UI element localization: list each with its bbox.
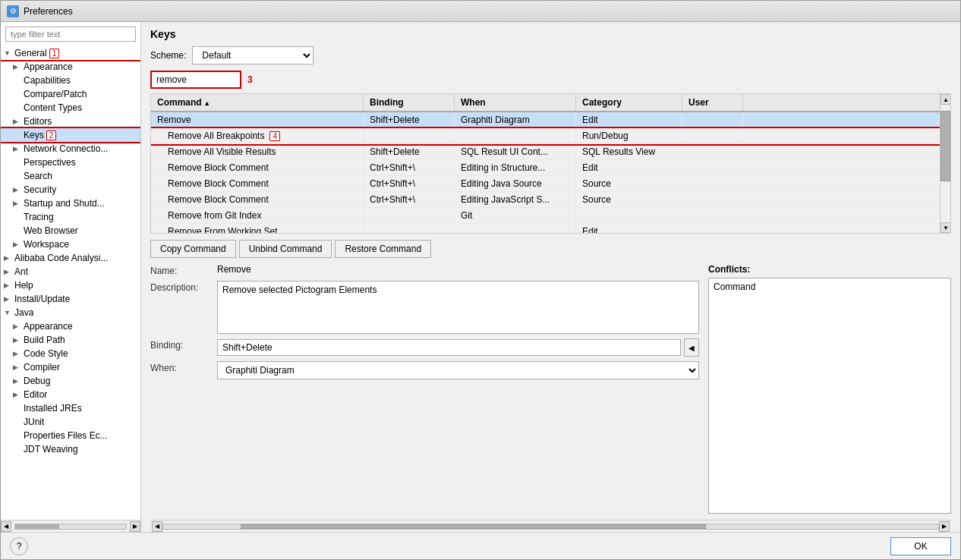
sidebar-item-ant[interactable]: ▶ Ant	[1, 265, 140, 278]
sidebar-item-network[interactable]: ▶ Network Connectio...	[1, 142, 140, 156]
hscroll-right-button[interactable]: ▶	[939, 521, 950, 532]
search-input[interactable]	[150, 71, 241, 89]
copy-command-button[interactable]: Copy Command	[150, 240, 236, 258]
binding-arrow-button[interactable]: ◀	[684, 338, 699, 357]
unbind-command-button[interactable]: Unbind Command	[239, 240, 332, 258]
table-row[interactable]: Remove Shift+Delete Graphiti Diagram Edi…	[151, 112, 940, 128]
sidebar-item-general[interactable]: ▼ General 1	[1, 46, 140, 60]
title-bar: ⚙ Preferences	[1, 1, 960, 22]
table-scroll[interactable]: Command Binding When Category User Remov…	[151, 94, 940, 233]
table-body: Remove Shift+Delete Graphiti Diagram Edi…	[151, 112, 940, 233]
cell-user	[682, 192, 743, 207]
when-label: When:	[150, 361, 211, 373]
sidebar-item-workspace[interactable]: ▶ Workspace	[1, 238, 140, 251]
sidebar-item-search[interactable]: Search	[1, 169, 140, 183]
sidebar-item-label: Help	[14, 280, 33, 291]
cell-user	[682, 112, 743, 127]
sidebar-item-label: Code Style	[24, 348, 68, 359]
cell-when: SQL Result UI Cont...	[455, 144, 576, 159]
arrow-icon: ▼	[4, 49, 14, 57]
sidebar-item-label: Perspectives	[24, 157, 76, 168]
scroll-thumb[interactable]	[941, 111, 950, 181]
cell-category: SQL Results View	[576, 144, 682, 159]
th-binding[interactable]: Binding	[364, 94, 455, 111]
th-command[interactable]: Command	[151, 94, 364, 111]
hscroll-track[interactable]	[162, 524, 939, 530]
hscroll-left-button[interactable]: ◀	[152, 521, 162, 532]
sidebar-item-code-style[interactable]: ▶ Code Style	[1, 347, 140, 360]
table-row[interactable]: Remove Block Comment Ctrl+Shift+\ Editin…	[151, 176, 940, 192]
scroll-right-button[interactable]: ▶	[130, 521, 140, 532]
sidebar-item-appearance[interactable]: ▶ Appearance	[1, 60, 140, 74]
ok-button[interactable]: OK	[890, 537, 951, 555]
sidebar-item-label: Workspace	[24, 239, 69, 250]
sidebar-item-debug[interactable]: ▶ Debug	[1, 374, 140, 388]
sidebar-item-label: Appearance	[24, 321, 73, 332]
sidebar-item-content-types[interactable]: Content Types	[1, 101, 140, 115]
sidebar-item-install-update[interactable]: ▶ Install/Update	[1, 292, 140, 306]
sidebar-item-java-appearance[interactable]: ▶ Appearance	[1, 319, 140, 333]
sidebar-item-security[interactable]: ▶ Security	[1, 183, 140, 197]
name-value: Remove	[217, 264, 251, 275]
cell-extra	[743, 176, 940, 191]
badge-4: 4	[269, 131, 280, 141]
cell-binding: Ctrl+Shift+\	[364, 160, 455, 175]
table-row[interactable]: Remove from Git Index Git	[151, 208, 940, 224]
arrow-icon: ▶	[13, 145, 24, 153]
table-row[interactable]: Remove Block Comment Ctrl+Shift+\ Editin…	[151, 192, 940, 208]
scroll-down-button[interactable]: ▼	[941, 222, 951, 233]
sidebar-item-build-path[interactable]: ▶ Build Path	[1, 333, 140, 347]
th-category[interactable]: Category	[576, 94, 682, 111]
cell-user	[682, 144, 743, 159]
sidebar-item-java[interactable]: ▼ Java	[1, 306, 140, 319]
sidebar-item-tracing[interactable]: Tracing	[1, 210, 140, 224]
sidebar-item-alibaba[interactable]: ▶ Alibaba Code Analysi...	[1, 251, 140, 265]
when-dropdown[interactable]: Graphiti Diagram In Windows Editing Edit…	[217, 361, 699, 379]
sidebar-item-properties-files[interactable]: Properties Files Ec...	[1, 429, 140, 442]
search-box-area: 3	[150, 71, 951, 89]
sidebar-item-capabilities[interactable]: Capabilities	[1, 74, 140, 87]
sidebar-item-installed-jres[interactable]: Installed JREs	[1, 401, 140, 415]
arrow-icon: ▶	[13, 363, 24, 371]
cell-command: Remove Block Comment	[151, 160, 364, 175]
cell-when	[455, 224, 576, 233]
sidebar-item-jdt-weaving[interactable]: JDT Weaving	[1, 442, 140, 456]
sidebar-item-perspectives[interactable]: Perspectives	[1, 156, 140, 169]
help-button[interactable]: ?	[10, 537, 28, 555]
hscroll-thumb[interactable]	[241, 524, 706, 529]
scroll-up-button[interactable]: ▲	[941, 94, 951, 105]
sidebar-item-label: Compiler	[24, 362, 60, 373]
cell-user	[682, 160, 743, 175]
scheme-dropdown[interactable]: Default Emacs Mac OS X	[192, 46, 314, 64]
hscrollbar: ◀ ▶	[150, 520, 951, 532]
arrow-icon: ▶	[13, 391, 24, 398]
arrow-icon: ▶	[4, 254, 14, 262]
table-row[interactable]: Remove All Breakpoints 4 Run/Debug	[151, 128, 940, 144]
table-row[interactable]: Remove From Working Set Edit	[151, 224, 940, 233]
arrow-icon: ▶	[13, 336, 24, 344]
scroll-left-button[interactable]: ◀	[1, 521, 11, 532]
arrow-icon: ▶	[4, 268, 14, 275]
sidebar-item-editor[interactable]: ▶ Editor	[1, 388, 140, 401]
sidebar-item-web-browser[interactable]: Web Browser	[1, 224, 140, 238]
sidebar-item-junit[interactable]: JUnit	[1, 415, 140, 429]
table-row[interactable]: Remove Block Comment Ctrl+Shift+\ Editin…	[151, 160, 940, 176]
th-when[interactable]: When	[455, 94, 576, 111]
cell-category: Edit	[576, 224, 682, 233]
th-user[interactable]: User	[682, 94, 743, 111]
cell-user	[682, 224, 743, 233]
sidebar-item-help[interactable]: ▶ Help	[1, 278, 140, 292]
table-row[interactable]: Remove All Visible Results Shift+Delete …	[151, 144, 940, 160]
cell-command: Remove Block Comment	[151, 176, 364, 191]
restore-command-button[interactable]: Restore Command	[335, 240, 431, 258]
sidebar-item-editors[interactable]: ▶ Editors	[1, 115, 140, 128]
filter-input[interactable]	[5, 27, 136, 42]
binding-input[interactable]	[217, 339, 681, 356]
sidebar-item-compare-patch[interactable]: Compare/Patch	[1, 87, 140, 101]
cell-extra	[743, 112, 940, 127]
main-header: Keys Scheme: Default Emacs Mac OS X 3	[141, 22, 960, 93]
sidebar-item-compiler[interactable]: ▶ Compiler	[1, 360, 140, 374]
sidebar-item-keys[interactable]: Keys 2	[1, 128, 140, 142]
sidebar-item-startup[interactable]: ▶ Startup and Shutd...	[1, 197, 140, 210]
app-icon: ⚙	[7, 5, 19, 17]
